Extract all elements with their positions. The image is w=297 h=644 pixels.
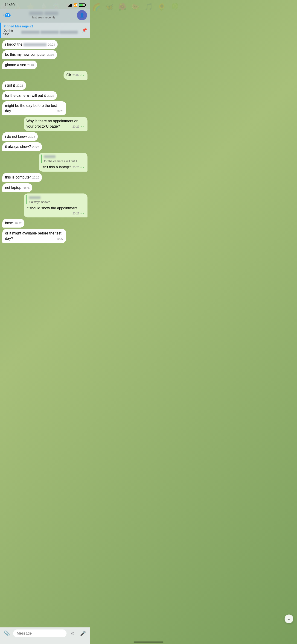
message-row: gimme a sec 20:04 [2,60,88,69]
message-text: gimme a sec [5,63,26,67]
message-row: it always show? 20:26 [2,142,88,151]
quote-author-blur [29,196,40,199]
message-row: for the camera i will put it 20:22 [2,91,88,100]
message-bubble: this is computer 20:26 [2,173,42,182]
message-row: it always show? It should show the appoi… [2,194,88,218]
message-text: Isn't this a laptop? [42,165,71,169]
message-row: i forgot the 20:03 [2,40,88,49]
chat-area: i forgot the 20:03 bc this my new comput… [0,38,90,262]
name-blur-1 [29,12,43,15]
message-text: hmm [5,221,13,225]
message-time: 20:27 [15,222,22,226]
message-text: for the camera i will put it [5,94,46,98]
message-bubble: i do not know 20:26 [2,132,38,141]
message-text: i do not know [5,134,27,138]
status-bar: 11:20 📶 ⚡ [0,0,90,9]
message-text: i got it [5,84,15,87]
message-text: might be the day before the test day [5,104,57,113]
battery-icon: ⚡ [79,4,85,7]
message-text: bc this my new computer [5,52,46,56]
message-bubble: for the camera i will put it 20:22 [2,91,57,100]
message-time: 20:04 [28,63,34,67]
contact-name [13,12,74,15]
back-button[interactable]: ‹ 11 [3,13,10,18]
message-bubble: i got it 20:21 [2,81,26,90]
message-time: 20:27 [56,237,63,241]
message-time: 20:26 [22,186,30,190]
quote-block: for the camera i will put it [42,154,85,163]
message-bubble: i forgot the 20:03 [2,40,58,49]
message-time: 20:23 [56,110,63,113]
message-bubble: it always show? 20:26 [2,142,42,151]
pinned-blur-3 [60,31,78,34]
wifi-icon: 📶 [74,3,77,7]
message-row: i do not know 20:26 [2,132,88,141]
message-row: Why is there no appointment on your proc… [2,117,88,131]
quote-author [44,154,85,159]
message-bubble: bc this my new computer 20:03 [2,50,57,59]
message-time: 20:25 [72,125,85,129]
message-text: i forgot the [5,42,24,46]
message-row: hmm 20:27 [2,219,88,228]
pin-icon: 📌 [82,28,87,33]
message-text: It should show the appointment [26,206,77,210]
name-blur-2 [44,12,58,15]
quote-text: for the camera i will put it [44,159,85,163]
pinned-title: Pinned Message #2 [4,24,80,28]
message-bubble: it always show? It should show the appoi… [24,194,88,218]
pinned-prefix: Do this first: [4,28,20,36]
message-time: 20:27 [72,212,85,216]
message-time: 20:21 [16,84,23,88]
message-text: not laptop [5,186,21,190]
message-bubble: not laptop 20:26 [2,183,32,192]
message-text: this is computer [5,175,31,179]
message-text: Why is there no appointment on your proc… [26,119,78,128]
pinned-message-bar[interactable]: Pinned Message #2 Do this first: .. 📌 [0,22,90,38]
message-time: 20:03 [48,43,55,47]
nav-center: last seen recently [13,12,74,19]
message-time: 20:26 [72,166,85,170]
status-time: 11:20 [4,3,14,7]
message-time: 20:26 [28,135,35,139]
message-row: might be the day before the test day 20:… [2,101,88,116]
pinned-blur-2 [40,31,59,34]
pinned-blur-1 [21,31,39,34]
message-bubble: gimme a sec 20:04 [2,60,37,69]
message-row: i got it 20:21 [2,81,88,90]
back-chevron-icon: ‹ [3,13,4,18]
pinned-content: Do this first: .. [4,28,80,36]
online-status: last seen recently [13,16,74,19]
message-row: for the camera i will put it Isn't this … [2,153,88,172]
avatar[interactable]: 👤 [77,10,87,20]
message-row: this is computer 20:26 [2,173,88,182]
signal-icon [68,4,72,7]
blur-inline [24,43,46,46]
message-bubble: or it might available before the test da… [2,229,66,243]
back-count-badge[interactable]: 11 [4,13,10,17]
message-bubble: Ok 20:07 [64,71,88,80]
status-icons: 📶 ⚡ [68,3,85,7]
avatar-initial: 👤 [80,13,84,18]
quote-block: it always show? [26,195,85,204]
message-bubble: hmm 20:27 [2,219,24,228]
message-time: 20:26 [32,176,39,180]
message-text: or it might available before the test da… [5,231,62,240]
quote-text: it always show? [29,200,85,204]
message-text: Ok [66,73,71,77]
message-time: 20:03 [47,53,54,57]
message-row: Ok 20:07 [2,71,88,80]
message-bubble: Why is there no appointment on your proc… [24,117,88,131]
nav-bar: ‹ 11 last seen recently 👤 [0,9,90,22]
message-text: it always show? [5,145,31,148]
message-time: 20:22 [47,94,54,98]
message-row: not laptop 20:26 [2,183,88,192]
message-bubble: might be the day before the test day 20:… [2,101,66,116]
message-row: or it might available before the test da… [2,229,88,243]
quote-author-blur [44,155,56,158]
message-bubble: for the camera i will put it Isn't this … [39,153,88,172]
message-time: 20:07 [72,74,85,78]
quote-author [29,195,85,200]
message-time: 20:26 [32,145,39,149]
message-row: bc this my new computer 20:03 [2,50,88,59]
